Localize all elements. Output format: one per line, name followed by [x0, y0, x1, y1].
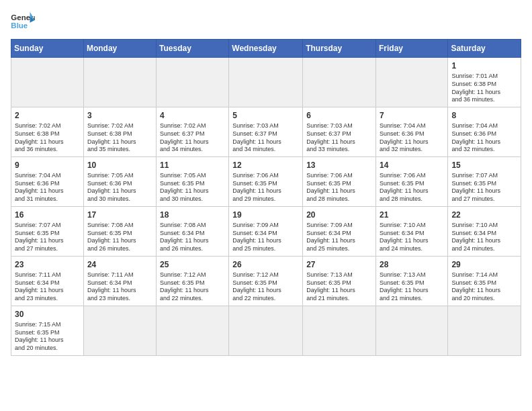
day-number: 8: [451, 110, 517, 121]
day-number: 1: [451, 60, 517, 71]
day-info: Sunrise: 7:04 AM Sunset: 6:36 PM Dayligh…: [15, 172, 80, 203]
calendar-day-cell: 5Sunrise: 7:03 AM Sunset: 6:37 PM Daylig…: [229, 107, 303, 156]
day-number: 12: [232, 160, 299, 171]
day-number: 7: [380, 110, 444, 121]
day-info: Sunrise: 7:06 AM Sunset: 6:35 PM Dayligh…: [232, 172, 299, 203]
calendar-day-cell: 21Sunrise: 7:10 AM Sunset: 6:34 PM Dayli…: [375, 206, 447, 256]
day-info: Sunrise: 7:02 AM Sunset: 6:38 PM Dayligh…: [87, 122, 152, 154]
calendar-day-cell: 17Sunrise: 7:08 AM Sunset: 6:35 PM Dayli…: [83, 206, 156, 256]
day-number: 16: [15, 210, 80, 220]
day-info: Sunrise: 7:10 AM Sunset: 6:34 PM Dayligh…: [451, 222, 517, 253]
day-info: Sunrise: 7:03 AM Sunset: 6:37 PM Dayligh…: [232, 122, 299, 154]
day-number: 3: [87, 110, 152, 121]
day-info: Sunrise: 7:08 AM Sunset: 6:35 PM Dayligh…: [87, 222, 152, 253]
day-info: Sunrise: 7:15 AM Sunset: 6:35 PM Dayligh…: [15, 321, 80, 353]
day-number: 25: [160, 259, 225, 270]
calendar-day-cell: 30Sunrise: 7:15 AM Sunset: 6:35 PM Dayli…: [11, 306, 84, 355]
day-number: 9: [15, 160, 80, 171]
calendar-day-cell: 12Sunrise: 7:06 AM Sunset: 6:35 PM Dayli…: [229, 156, 303, 206]
day-info: Sunrise: 7:04 AM Sunset: 6:36 PM Dayligh…: [380, 122, 444, 154]
day-number: 21: [380, 210, 444, 220]
day-number: 30: [15, 309, 80, 320]
calendar-day-cell: 4Sunrise: 7:02 AM Sunset: 6:37 PM Daylig…: [157, 107, 229, 156]
calendar-day-cell: [229, 306, 303, 355]
calendar-day-cell: 10Sunrise: 7:05 AM Sunset: 6:36 PM Dayli…: [83, 156, 156, 206]
day-number: 10: [87, 160, 152, 171]
day-number: 20: [306, 210, 372, 220]
weekday-header: Saturday: [448, 40, 521, 58]
day-number: 17: [87, 210, 152, 220]
day-number: 26: [232, 259, 299, 270]
day-info: Sunrise: 7:02 AM Sunset: 6:38 PM Dayligh…: [15, 122, 80, 154]
calendar-day-cell: 16Sunrise: 7:07 AM Sunset: 6:35 PM Dayli…: [11, 206, 84, 256]
calendar-day-cell: 13Sunrise: 7:06 AM Sunset: 6:35 PM Dayli…: [303, 156, 376, 206]
calendar-day-cell: 8Sunrise: 7:04 AM Sunset: 6:36 PM Daylig…: [448, 107, 521, 156]
day-info: Sunrise: 7:05 AM Sunset: 6:36 PM Dayligh…: [87, 172, 152, 203]
calendar-day-cell: 25Sunrise: 7:12 AM Sunset: 6:35 PM Dayli…: [157, 256, 229, 306]
calendar-day-cell: [157, 306, 229, 355]
calendar-week-row: 23Sunrise: 7:11 AM Sunset: 6:34 PM Dayli…: [11, 256, 521, 306]
calendar-day-cell: [375, 58, 447, 107]
calendar-week-row: 16Sunrise: 7:07 AM Sunset: 6:35 PM Dayli…: [11, 206, 521, 256]
day-number: 22: [451, 210, 517, 220]
calendar-day-cell: 19Sunrise: 7:09 AM Sunset: 6:34 PM Dayli…: [229, 206, 303, 256]
calendar-day-cell: 27Sunrise: 7:13 AM Sunset: 6:35 PM Dayli…: [303, 256, 376, 306]
calendar-day-cell: [448, 306, 521, 355]
calendar-day-cell: [303, 306, 376, 355]
weekday-header: Thursday: [303, 40, 376, 58]
calendar-day-cell: 1Sunrise: 7:01 AM Sunset: 6:38 PM Daylig…: [448, 58, 521, 107]
day-number: 11: [160, 160, 225, 171]
page-header: General Blue: [11, 11, 521, 31]
day-info: Sunrise: 7:09 AM Sunset: 6:34 PM Dayligh…: [232, 222, 299, 253]
logo: General Blue: [11, 11, 38, 31]
day-info: Sunrise: 7:11 AM Sunset: 6:34 PM Dayligh…: [87, 271, 152, 303]
day-number: 24: [87, 259, 152, 270]
weekday-header: Wednesday: [229, 40, 303, 58]
day-number: 29: [451, 259, 517, 270]
calendar-day-cell: 3Sunrise: 7:02 AM Sunset: 6:38 PM Daylig…: [83, 107, 156, 156]
day-number: 23: [15, 259, 80, 270]
calendar-day-cell: [11, 58, 84, 107]
day-number: 2: [15, 110, 80, 121]
calendar-day-cell: 26Sunrise: 7:12 AM Sunset: 6:35 PM Dayli…: [229, 256, 303, 306]
calendar-day-cell: 2Sunrise: 7:02 AM Sunset: 6:38 PM Daylig…: [11, 107, 84, 156]
day-number: 13: [306, 160, 372, 171]
calendar-week-row: 9Sunrise: 7:04 AM Sunset: 6:36 PM Daylig…: [11, 156, 521, 206]
day-info: Sunrise: 7:12 AM Sunset: 6:35 PM Dayligh…: [160, 271, 225, 303]
logo-icon: General Blue: [11, 11, 35, 31]
weekday-header: Sunday: [11, 40, 84, 58]
calendar-day-cell: [229, 58, 303, 107]
day-info: Sunrise: 7:13 AM Sunset: 6:35 PM Dayligh…: [306, 271, 372, 303]
day-info: Sunrise: 7:11 AM Sunset: 6:34 PM Dayligh…: [15, 271, 80, 303]
day-info: Sunrise: 7:02 AM Sunset: 6:37 PM Dayligh…: [160, 122, 225, 154]
calendar-day-cell: 20Sunrise: 7:09 AM Sunset: 6:34 PM Dayli…: [303, 206, 376, 256]
day-info: Sunrise: 7:12 AM Sunset: 6:35 PM Dayligh…: [232, 271, 299, 303]
calendar-week-row: 2Sunrise: 7:02 AM Sunset: 6:38 PM Daylig…: [11, 107, 521, 156]
day-number: 18: [160, 210, 225, 220]
day-number: 5: [232, 110, 299, 121]
day-info: Sunrise: 7:09 AM Sunset: 6:34 PM Dayligh…: [306, 222, 372, 253]
calendar-day-cell: 11Sunrise: 7:05 AM Sunset: 6:35 PM Dayli…: [157, 156, 229, 206]
calendar-header-row: SundayMondayTuesdayWednesdayThursdayFrid…: [11, 40, 521, 58]
svg-text:Blue: Blue: [11, 21, 28, 30]
day-number: 14: [380, 160, 444, 171]
day-info: Sunrise: 7:10 AM Sunset: 6:34 PM Dayligh…: [380, 222, 444, 253]
calendar-day-cell: [83, 58, 156, 107]
weekday-header: Friday: [375, 40, 447, 58]
calendar-day-cell: [303, 58, 376, 107]
calendar-day-cell: 6Sunrise: 7:03 AM Sunset: 6:37 PM Daylig…: [303, 107, 376, 156]
calendar-day-cell: [375, 306, 447, 355]
calendar-day-cell: [157, 58, 229, 107]
day-number: 15: [451, 160, 517, 171]
day-info: Sunrise: 7:07 AM Sunset: 6:35 PM Dayligh…: [451, 172, 517, 203]
calendar-week-row: 30Sunrise: 7:15 AM Sunset: 6:35 PM Dayli…: [11, 306, 521, 355]
calendar-day-cell: 15Sunrise: 7:07 AM Sunset: 6:35 PM Dayli…: [448, 156, 521, 206]
calendar-table: SundayMondayTuesdayWednesdayThursdayFrid…: [11, 39, 521, 356]
weekday-header: Monday: [83, 40, 156, 58]
day-info: Sunrise: 7:06 AM Sunset: 6:35 PM Dayligh…: [306, 172, 372, 203]
calendar-day-cell: 9Sunrise: 7:04 AM Sunset: 6:36 PM Daylig…: [11, 156, 84, 206]
day-info: Sunrise: 7:01 AM Sunset: 6:38 PM Dayligh…: [451, 73, 517, 104]
day-number: 4: [160, 110, 225, 121]
day-number: 19: [232, 210, 299, 220]
calendar-day-cell: 24Sunrise: 7:11 AM Sunset: 6:34 PM Dayli…: [83, 256, 156, 306]
